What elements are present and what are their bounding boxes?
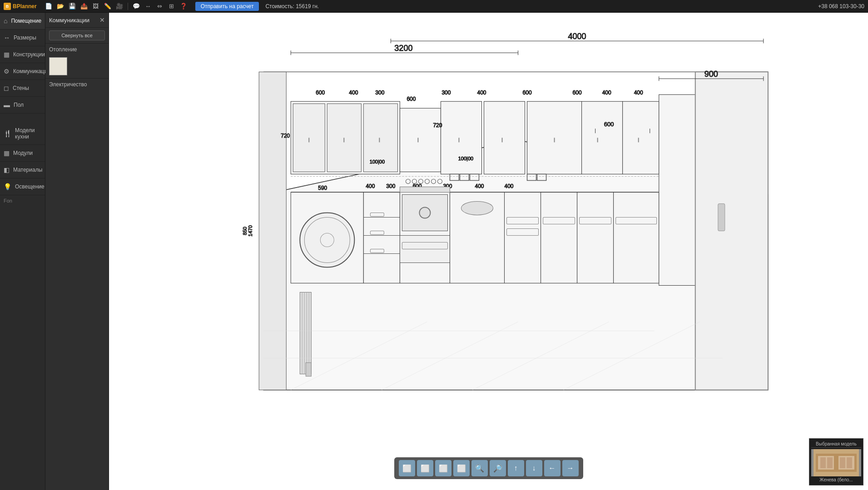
sidebar-item-label: Стены (13, 85, 29, 91)
sidebar-item-label: Модули (13, 150, 33, 156)
moduli-icon: ▦ (4, 149, 10, 157)
svg-rect-11 (400, 108, 441, 172)
new-file-icon[interactable]: 📄 (44, 2, 53, 11)
thumbnail-title: Выбранная модель (811, 441, 861, 448)
svg-text:600: 600 (316, 89, 325, 96)
pan-right-button[interactable]: → (562, 460, 579, 476)
view1-button[interactable]: ⬜ (399, 460, 415, 476)
phone-label: +38 068 103-30-30 (818, 3, 864, 10)
image-icon[interactable]: 🖼 (91, 2, 100, 11)
zoom-out-button[interactable]: 🔎 (490, 460, 506, 476)
sidebar-item-kommunikacii[interactable]: ⚙ Коммуникации (0, 63, 45, 80)
toolbar-separator-1 (128, 3, 128, 10)
help-icon[interactable]: ❓ (179, 2, 188, 11)
sidebar-item-label: Модели кухни (15, 127, 41, 140)
svg-text:600: 600 (573, 89, 582, 96)
cost-label: Стоимость: 15619 гн. (265, 3, 319, 10)
sidebar-item-modeli-kuhni[interactable]: 🍴 Модели кухни (0, 123, 45, 145)
chat-icon[interactable]: 💬 (132, 2, 141, 11)
svg-text:3200: 3200 (394, 44, 412, 53)
fon-label: Fon (0, 195, 45, 206)
pan-left-button[interactable]: ← (544, 460, 560, 476)
svg-text:400: 400 (505, 183, 514, 189)
svg-rect-49 (614, 192, 659, 283)
svg-text:900: 900 (704, 69, 718, 79)
svg-rect-94 (400, 187, 450, 192)
sidebar-item-razmery[interactable]: ↔ Размеры (0, 30, 45, 46)
svg-rect-101 (300, 292, 311, 374)
otopleniye-swatch (49, 57, 67, 75)
pol-icon: ▬ (4, 101, 10, 109)
svg-rect-42 (505, 192, 541, 283)
sidebar-item-pol[interactable]: ▬ Пол (0, 97, 45, 114)
svg-text:600: 600 (604, 121, 614, 128)
osveschenije-icon: 💡 (4, 183, 11, 190)
svg-text:100|00: 100|00 (370, 159, 385, 164)
pan-up-button[interactable]: ↑ (508, 460, 524, 476)
sidebar-item-label: Коммуникации (13, 68, 50, 74)
view4-button[interactable]: ⬜ (453, 460, 470, 476)
sidebar-item-osveschenije[interactable]: 💡 Освещение (0, 178, 45, 195)
export-icon[interactable]: 📤 (79, 2, 89, 11)
elektrichestvo-section-title: Электричество (45, 78, 109, 89)
send-calculate-button[interactable]: Отправить на расчет (195, 2, 259, 11)
svg-rect-15 (527, 101, 582, 174)
svg-rect-125 (847, 457, 852, 468)
logo-icon: B (4, 3, 11, 10)
modeli-kuhni-icon: 🍴 (4, 130, 11, 137)
svg-text:100|00: 100|00 (458, 156, 473, 161)
arrow-lr-icon[interactable]: ↔ (144, 2, 153, 11)
svg-text:400: 400 (366, 183, 375, 189)
svg-text:1470: 1470 (248, 225, 253, 236)
zoom-in-button[interactable]: 🔍 (471, 460, 488, 476)
svg-point-37 (419, 207, 430, 218)
app-name: BPlanner (13, 3, 37, 10)
save-file-icon[interactable]: 💾 (68, 2, 77, 11)
svg-rect-53 (718, 203, 725, 231)
panel-header: Коммуникации ✕ (45, 13, 109, 28)
view2-button[interactable]: ⬜ (417, 460, 433, 476)
canvas-area[interactable]: 4000 3200 600 400 300 600 300 400 600 60… (109, 13, 868, 490)
svg-text:300: 300 (375, 89, 384, 96)
otopleniye-item[interactable] (45, 54, 109, 78)
svg-rect-13 (441, 101, 481, 174)
pencil-icon[interactable]: ✏️ (103, 2, 112, 11)
svg-text:4000: 4000 (568, 32, 586, 41)
materialy-icon: ◧ (4, 166, 10, 173)
pomeschenije-icon: ⌂ (4, 17, 7, 25)
thumbnail-image (811, 449, 861, 476)
grid-icon[interactable]: ⊞ (167, 2, 176, 11)
sidebar-item-moduli[interactable]: ▦ Модули (0, 145, 45, 162)
sidebar-item-konstrukcii[interactable]: ▦ Конструкции (0, 46, 45, 63)
sidebar-item-materialy[interactable]: ◧ Материалы (0, 162, 45, 178)
panel-title: Коммуникации (49, 17, 89, 24)
svg-rect-123 (827, 457, 833, 468)
main-layout: ⌂ Помещение ↔ Размеры ▦ Конструкции ⚙ Ко… (0, 13, 868, 490)
svg-text:300: 300 (441, 89, 451, 96)
svg-point-25 (300, 213, 354, 267)
pan-down-button[interactable]: ↓ (526, 460, 542, 476)
sidebar-item-pomeschenije[interactable]: ⌂ Помещение (0, 13, 45, 30)
left-sidebar: ⌂ Помещение ↔ Размеры ▦ Конструкции ⚙ Ко… (0, 13, 45, 490)
svg-text:590: 590 (318, 185, 327, 191)
otopleniye-section-title: Отопление (45, 43, 109, 54)
sidebar-item-steny[interactable]: ◻ Стены (0, 80, 45, 97)
svg-text:720: 720 (281, 133, 290, 139)
konstrukcii-icon: ▦ (4, 51, 10, 58)
close-panel-button[interactable]: ✕ (99, 16, 105, 24)
svg-text:400: 400 (475, 183, 484, 189)
collapse-all-button[interactable]: Свернуть все (49, 30, 105, 40)
svg-text:400: 400 (634, 89, 643, 96)
svg-rect-52 (695, 72, 768, 390)
arrows-icon[interactable]: ⇔ (155, 2, 164, 11)
video-icon[interactable]: 🎥 (115, 2, 124, 11)
kommunikacii-panel: Коммуникации ✕ Свернуть все Отопление Эл… (45, 13, 109, 490)
thumbnail-model-name: Женева (бело... (811, 476, 861, 483)
svg-rect-122 (820, 457, 826, 468)
view3-button[interactable]: ⬜ (435, 460, 451, 476)
svg-point-41 (461, 201, 493, 215)
svg-rect-54 (259, 72, 286, 390)
open-file-icon[interactable]: 📂 (56, 2, 65, 11)
svg-rect-28 (363, 192, 400, 283)
svg-text:300: 300 (386, 183, 395, 189)
